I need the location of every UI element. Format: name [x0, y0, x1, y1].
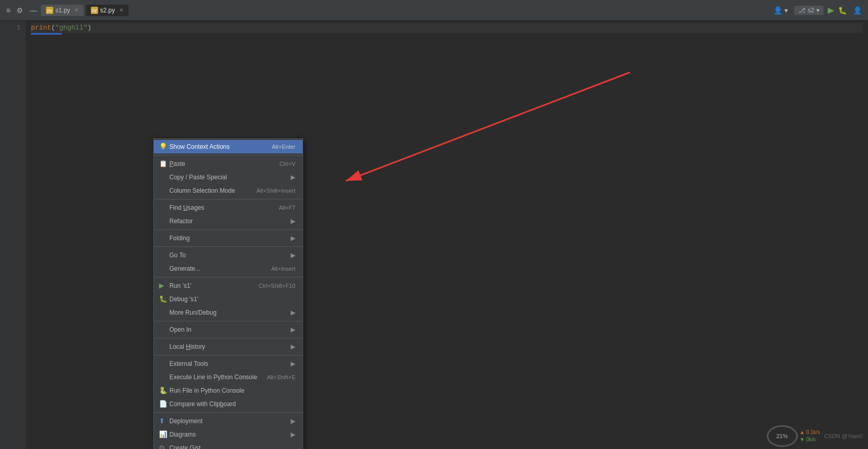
tab-s2-icon: py [91, 7, 98, 14]
menu-item-refactor[interactable]: Refactor ▶ [154, 214, 303, 228]
tab-s1-close[interactable]: ✕ [74, 7, 78, 13]
menu-item-external-tools-label: External Tools [169, 359, 291, 368]
user-icon[interactable]: 👤 ▾ [771, 5, 790, 16]
local-history-arrow: ▶ [291, 342, 295, 351]
menu-item-column-selection-shortcut: Alt+Shift+Insert [257, 186, 295, 195]
tab-s2-label: s2.py [100, 7, 115, 14]
menu-item-column-selection-label: Column Selection Mode [169, 186, 251, 195]
line-number-1: 1 [0, 23, 21, 33]
menu-item-column-selection-mode[interactable]: Column Selection Mode Alt+Shift+Insert [154, 184, 303, 197]
menu-item-open-in-label: Open In [169, 325, 291, 334]
branch-icon: ⎇ [798, 7, 806, 14]
menu-item-paste[interactable]: 📋 Paste Ctrl+V [154, 157, 303, 171]
menu-item-find-usages[interactable]: Find Usages Alt+F7 [154, 201, 303, 214]
menu-item-external-tools[interactable]: External Tools ▶ [154, 357, 303, 370]
syntax-underline [31, 33, 62, 35]
menu-item-refactor-label: Refactor [169, 216, 291, 226]
menu-item-diagrams[interactable]: 📊 Diagrams ▶ [154, 428, 303, 441]
separator-4 [154, 246, 303, 247]
network-info: ▲ 0.1k/s ▼ 0k/s [800, 429, 820, 443]
paren-close: ) [87, 23, 91, 33]
separator-3 [154, 229, 303, 230]
paste-icon: 📋 [159, 159, 167, 168]
compare-clipboard-icon: 📄 [159, 399, 167, 409]
menu-item-open-in[interactable]: Open In ▶ [154, 323, 303, 336]
code-line-1: print("ghghll") [31, 23, 863, 33]
menu-item-folding[interactable]: Folding ▶ [154, 231, 303, 245]
tab-s2[interactable]: py s2.py ✕ [86, 5, 129, 16]
deployment-arrow: ▶ [291, 416, 295, 426]
cpu-percent-sign: % [783, 433, 788, 439]
go-to-arrow: ▶ [291, 251, 295, 260]
menu-item-more-run-debug[interactable]: More Run/Debug ▶ [154, 306, 303, 319]
menu-item-generate[interactable]: Generate... Alt+Insert [154, 262, 303, 275]
refactor-arrow: ▶ [291, 216, 295, 226]
menu-item-find-usages-label: Find Usages [169, 203, 274, 212]
separator-5 [154, 277, 303, 277]
menu-item-execute-line-label: Execute Line in Python Console [169, 373, 262, 382]
csdn-watermark: CSDN @Yian© [824, 433, 863, 439]
cpu-widget: 21% [767, 425, 798, 447]
menu-item-generate-shortcut: Alt+Insert [271, 264, 295, 273]
string-value: "ghghll" [55, 23, 87, 33]
paren-open: ( [51, 23, 55, 33]
separator-2 [154, 199, 303, 199]
diagrams-icon: 📊 [159, 430, 167, 439]
external-tools-arrow: ▶ [291, 359, 295, 368]
separator-9 [154, 412, 303, 413]
menu-item-copy-paste-special[interactable]: Copy / Paste Special ▶ [154, 171, 303, 184]
separator-1 [154, 155, 303, 156]
top-bar-right: 👤 ▾ ⎇ s2 ▾ ▶ 🐛 👤 [771, 5, 864, 16]
diagrams-arrow: ▶ [291, 430, 295, 439]
menu-item-run-s1[interactable]: ▶ Run 's1' Ctrl+Shift+F10 [154, 279, 303, 292]
menu-item-run-file-python-label: Run File in Python Console [169, 386, 295, 395]
separator-6 [154, 321, 303, 321]
deployment-icon: ⬆ [159, 416, 165, 426]
menu-item-find-usages-shortcut: Alt+F7 [279, 203, 295, 212]
branch-pill[interactable]: ⎇ s2 ▾ [794, 6, 824, 15]
menu-item-create-gist[interactable]: ⊙ Create Gist... [154, 441, 303, 449]
code-area[interactable]: print("ghghll") [26, 21, 868, 449]
menu-icon[interactable]: ≡ [4, 5, 12, 16]
menu-item-run-s1-label: Run 's1' [169, 281, 254, 290]
menu-item-generate-label: Generate... [169, 264, 266, 273]
debug-button[interactable]: 🐛 [838, 6, 847, 14]
python-run-icon: 🐍 [159, 386, 167, 395]
profile-button[interactable]: 👤 [851, 5, 864, 16]
tab-s2-close[interactable]: ✕ [119, 7, 123, 13]
menu-item-go-to[interactable]: Go To ▶ [154, 249, 303, 262]
menu-item-local-history-label: Local History [169, 342, 291, 351]
menu-item-compare-clipboard[interactable]: 📄 Compare with Clipboard [154, 397, 303, 411]
lightbulb-icon: 💡 [159, 142, 167, 151]
menu-item-deployment[interactable]: ⬆ Deployment ▶ [154, 414, 303, 428]
menu-item-copy-paste-special-label: Copy / Paste Special [169, 173, 291, 182]
context-menu: 💡 Show Context Actions Alt+Enter 📋 Paste… [153, 138, 303, 449]
menu-item-show-context-actions-label: Show Context Actions [169, 142, 266, 151]
keyword-print: print [31, 23, 51, 33]
tab-s1-label: s1.py [55, 7, 70, 14]
more-run-debug-arrow: ▶ [291, 308, 295, 317]
menu-item-execute-line[interactable]: Execute Line in Python Console Alt+Shift… [154, 370, 303, 384]
open-in-arrow: ▶ [291, 325, 295, 334]
debug-icon: 🐛 [159, 295, 167, 304]
menu-item-compare-clipboard-label: Compare with Clipboard [169, 399, 295, 409]
minimize-icon[interactable]: — [27, 5, 39, 16]
tab-s1-icon: py [46, 7, 53, 14]
branch-dropdown-icon: ▾ [816, 7, 819, 14]
settings-icon[interactable]: ⚙ [14, 5, 25, 16]
menu-item-go-to-label: Go To [169, 251, 291, 260]
menu-item-create-gist-label: Create Gist... [169, 443, 295, 449]
menu-item-debug-s1[interactable]: 🐛 Debug 's1' [154, 292, 303, 306]
menu-item-run-s1-shortcut: Ctrl+Shift+F10 [259, 281, 295, 290]
separator-7 [154, 338, 303, 338]
menu-item-diagrams-label: Diagrams [169, 430, 291, 439]
status-bar: 21% ▲ 0.1k/s ▼ 0k/s CSDN @Yian© [762, 423, 868, 449]
menu-item-show-context-actions[interactable]: 💡 Show Context Actions Alt+Enter [154, 140, 303, 153]
menu-item-local-history[interactable]: Local History ▶ [154, 340, 303, 353]
tab-s1[interactable]: py s1.py ✕ [41, 5, 84, 16]
menu-item-run-file-python[interactable]: 🐍 Run File in Python Console [154, 384, 303, 397]
menu-item-deployment-label: Deployment [169, 416, 291, 426]
run-button[interactable]: ▶ [828, 5, 834, 15]
github-icon: ⊙ [159, 443, 165, 449]
menu-item-paste-label: Paste [169, 159, 274, 168]
